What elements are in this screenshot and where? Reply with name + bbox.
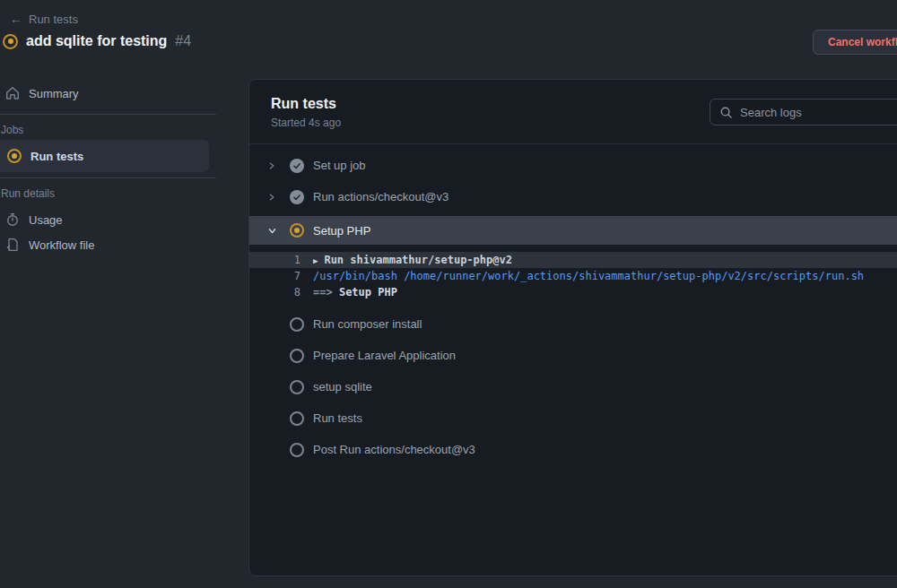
step-done-icon xyxy=(290,159,304,173)
step-label: Prepare Laravel Application xyxy=(313,349,456,362)
back-to-run-link[interactable]: ← Run tests xyxy=(10,12,78,26)
log-line-text: /usr/bin/bash /home/runner/work/_actions… xyxy=(313,268,864,284)
sidebar-summary-label: Summary xyxy=(29,87,79,100)
step-row-run-composer-install[interactable]: Run composer install xyxy=(249,308,897,340)
cancel-workflow-label: Cancel workflow xyxy=(828,36,897,48)
sidebar-divider xyxy=(0,177,216,178)
cancel-workflow-button[interactable]: Cancel workflow xyxy=(813,30,897,55)
run-status-icon xyxy=(3,34,18,49)
job-panel-title: Run tests xyxy=(271,96,336,112)
step-row-prepare-laravel-application[interactable]: Prepare Laravel Application xyxy=(249,340,897,371)
run-number: #4 xyxy=(175,33,191,49)
job-panel-header: Run tests Started 4s ago xyxy=(249,80,897,144)
steps-list: Set up jobRun actions/checkout@v3Setup P… xyxy=(249,144,897,465)
sidebar-item-usage[interactable]: Usage xyxy=(5,212,63,227)
run-title: add sqlite for testing xyxy=(26,33,167,49)
sidebar-usage-label: Usage xyxy=(29,213,63,227)
log-line-number: 7 xyxy=(249,268,300,284)
sidebar-workflow-file-label: Workflow file xyxy=(29,238,94,252)
step-done-icon xyxy=(290,190,304,204)
step-row-setup-php[interactable]: Setup PHP xyxy=(249,216,897,245)
back-link-label: Run tests xyxy=(29,13,78,26)
step-in-progress-icon xyxy=(290,223,304,238)
chevron-right-icon[interactable] xyxy=(267,161,282,170)
step-label: Run tests xyxy=(313,411,362,425)
step-label: setup sqlite xyxy=(313,380,372,393)
step-row-setup-sqlite[interactable]: setup sqlite xyxy=(249,371,897,402)
step-label: Post Run actions/checkout@v3 xyxy=(313,443,475,456)
expand-triangle-icon[interactable]: ▶ xyxy=(313,256,318,265)
step-pending-icon xyxy=(290,443,304,457)
step-row-run-tests[interactable]: Run tests xyxy=(249,402,897,434)
step-pending-icon xyxy=(290,411,304,426)
search-logs-input[interactable] xyxy=(740,106,897,119)
job-started-text: Started 4s ago xyxy=(271,117,341,129)
sidebar-run-details-section-label: Run details xyxy=(1,187,55,200)
step-pending-icon xyxy=(290,317,304,332)
log-line[interactable]: 1▶Run shivammathur/setup-php@v2 xyxy=(249,252,897,268)
step-label: Run actions/checkout@v3 xyxy=(313,190,448,203)
sidebar-jobs-section-label: Jobs xyxy=(1,124,23,136)
step-pending-icon xyxy=(290,380,304,394)
step-row-set-up-job[interactable]: Set up job xyxy=(249,150,897,181)
log-line-number: 8 xyxy=(249,284,300,300)
sidebar-run-tests-label: Run tests xyxy=(30,150,83,163)
sidebar-item-run-tests[interactable]: Run tests xyxy=(0,140,209,172)
step-label: Setup PHP xyxy=(313,224,370,238)
sidebar-divider xyxy=(0,114,216,115)
code-file-icon xyxy=(5,238,20,252)
log-line-text: ==> Setup PHP xyxy=(313,284,397,300)
step-label: Set up job xyxy=(313,159,366,172)
step-row-post-run-actions-checkout-v3[interactable]: Post Run actions/checkout@v3 xyxy=(249,434,897,465)
stopwatch-icon xyxy=(5,212,20,227)
step-row-run-actions-checkout-v3[interactable]: Run actions/checkout@v3 xyxy=(249,181,897,212)
search-logs-box[interactable] xyxy=(710,99,897,125)
job-log-panel: Run tests Started 4s ago Set up jobRun a… xyxy=(248,79,897,576)
log-line[interactable]: 8==> Setup PHP xyxy=(249,284,897,300)
sidebar-item-summary[interactable]: Summary xyxy=(5,86,79,100)
run-title-row: add sqlite for testing #4 xyxy=(3,33,191,49)
log-line-number: 1 xyxy=(249,252,300,268)
step-label: Run composer install xyxy=(313,317,422,331)
step-pending-icon xyxy=(290,349,304,363)
sidebar: Summary Jobs Run tests Run details Usage… xyxy=(0,79,224,581)
sidebar-item-workflow-file[interactable]: Workflow file xyxy=(5,238,94,252)
log-line-text: ▶Run shivammathur/setup-php@v2 xyxy=(313,252,512,268)
chevron-down-icon[interactable] xyxy=(267,226,282,236)
job-status-icon xyxy=(7,149,22,163)
home-icon xyxy=(5,86,20,100)
search-icon xyxy=(719,106,733,119)
back-arrow-icon: ← xyxy=(10,12,22,26)
chevron-right-icon[interactable] xyxy=(267,193,282,202)
log-line[interactable]: 7/usr/bin/bash /home/runner/work/_action… xyxy=(249,268,897,284)
log-block: 1▶Run shivammathur/setup-php@v27/usr/bin… xyxy=(249,245,897,308)
